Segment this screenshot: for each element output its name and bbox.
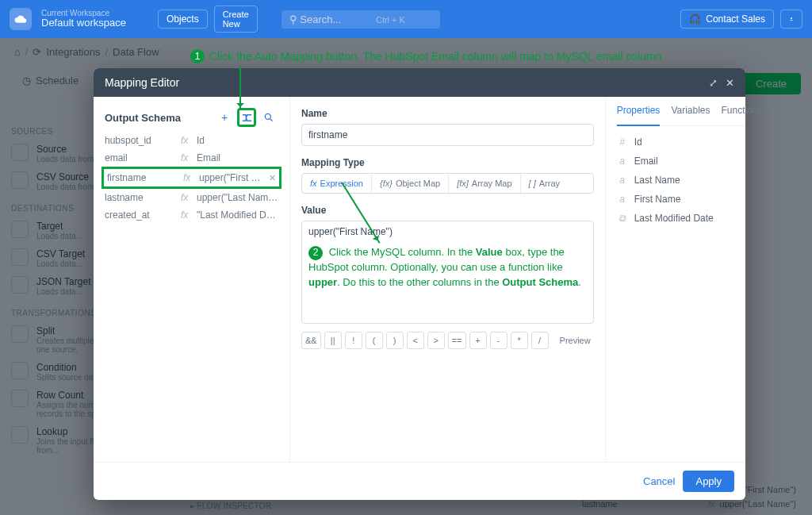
value-input[interactable]: upper("First Name") 2 Click the MySQL co… (301, 221, 594, 324)
topbar: Current Workspace Default workspace Obje… (0, 0, 812, 38)
search-icon: ⚲ (289, 13, 297, 25)
output-schema-panel: Output Schema + hubspot_idfxIdemailfxEma… (94, 97, 290, 462)
cancel-button[interactable]: Cancel (643, 471, 675, 492)
value-label: Value (301, 205, 594, 216)
property-name: First Name (634, 194, 681, 205)
tab-variables[interactable]: Variables (671, 105, 710, 121)
output-schema-title: Output Schema (105, 112, 181, 124)
workspace-switcher[interactable]: Current Workspace Default workspace (41, 9, 126, 29)
preview-button[interactable]: Preview (557, 332, 594, 349)
modal-header: Mapping Editor ⤢ ✕ (94, 68, 745, 97)
operator-button[interactable]: || (324, 332, 342, 349)
value-code: upper("First Name") (308, 226, 587, 237)
schema-row-value: "Last Modified Dat... (197, 209, 278, 221)
schema-row[interactable]: lastnamefxupper("Last Name") (105, 189, 278, 206)
add-icon[interactable]: + (215, 108, 234, 127)
name-label: Name (301, 108, 594, 119)
schema-row-name: firstname (107, 172, 180, 183)
operator-button[interactable]: * (511, 332, 528, 349)
tab-expression[interactable]: fxExpression (302, 174, 372, 193)
search-input[interactable]: ⚲ Search... Ctrl + K (282, 10, 440, 29)
schema-row-name: created_at (105, 209, 178, 221)
schema-row[interactable]: hubspot_idfxId (105, 132, 278, 149)
property-row[interactable]: ⧉Last Modified Date (617, 209, 745, 228)
operator-button[interactable]: ! (345, 332, 362, 349)
operator-button[interactable]: - (490, 332, 508, 349)
tab-array-map[interactable]: [fx]Array Map (449, 174, 520, 193)
schema-row-name: hubspot_id (105, 135, 178, 146)
annotation-1-arrow (239, 67, 241, 110)
property-type-icon: # (617, 136, 628, 148)
search-placeholder: Search... (300, 13, 341, 25)
annotation-2: 2 Click the MySQL column. In the Value b… (308, 245, 587, 290)
operator-button[interactable]: == (448, 332, 466, 349)
operator-button[interactable]: && (301, 332, 321, 349)
search-schema-icon[interactable] (259, 108, 278, 127)
page: ⌂ / ⟳ Integrations / Data Flow ◷ Schedul… (0, 38, 812, 515)
app-logo[interactable] (10, 8, 32, 30)
workspace-label: Current Workspace (41, 9, 126, 17)
mapping-type-label: Mapping Type (301, 157, 594, 168)
property-type-icon: a (617, 194, 628, 205)
close-icon[interactable]: ✕ (726, 77, 734, 89)
schema-row-name: email (105, 152, 178, 163)
workspace-name: Default workspace (41, 17, 126, 29)
objects-button[interactable]: Objects (158, 10, 208, 29)
annotation-1: 1 Click the Auto Mapping button. The Hub… (190, 49, 661, 63)
property-row[interactable]: aEmail (617, 152, 745, 171)
operator-button[interactable]: / (531, 332, 549, 349)
property-row[interactable]: aLast Name (617, 171, 745, 190)
name-input[interactable] (301, 124, 594, 146)
mapping-detail-panel: Name Mapping Type fxExpression {fx}Objec… (290, 97, 606, 462)
search-props-icon[interactable] (774, 105, 784, 121)
property-type-icon: a (617, 175, 628, 186)
shortcut-hint: Ctrl + K (344, 15, 405, 25)
objects-label: Objects (167, 13, 199, 25)
tab-functions[interactable]: Functions (722, 105, 763, 121)
operator-button[interactable]: ( (366, 332, 383, 349)
clear-icon[interactable]: ✕ (269, 173, 276, 183)
mapping-editor-modal: Mapping Editor ⤢ ✕ Output Schema + (94, 68, 745, 500)
tab-object-map[interactable]: {fx}Object Map (372, 174, 449, 193)
contact-sales-button[interactable]: 🎧 Contact Sales (680, 10, 774, 29)
schema-row-value: Email (197, 152, 278, 163)
tab-array[interactable]: [ ]Array (521, 174, 568, 193)
property-row[interactable]: aFirst Name (617, 190, 745, 209)
contact-sales-label: Contact Sales (706, 13, 765, 25)
expand-icon[interactable]: ⤢ (709, 77, 718, 89)
schema-row-value: upper("Last Name") (197, 192, 278, 203)
schema-row[interactable]: created_atfx"Last Modified Dat... (105, 206, 278, 224)
operator-button[interactable]: < (407, 332, 424, 349)
apply-button[interactable]: Apply (683, 471, 734, 492)
svg-point-2 (776, 106, 781, 112)
operator-button[interactable]: + (469, 332, 487, 349)
svg-point-0 (791, 17, 792, 19)
tab-properties[interactable]: Properties (617, 105, 661, 126)
property-name: Email (634, 156, 658, 167)
properties-panel: Properties Variables Functions #IdaEmail… (606, 97, 756, 462)
schema-row-value: Id (197, 135, 278, 146)
property-name: Id (634, 136, 642, 148)
schema-row[interactable]: firstnamefxupper("First Name")✕ (102, 167, 282, 189)
operator-button[interactable]: ) (386, 332, 404, 349)
schema-row[interactable]: emailfxEmail (105, 149, 278, 167)
svg-point-1 (265, 113, 270, 119)
modal-title: Mapping Editor (105, 76, 179, 89)
user-avatar[interactable] (780, 10, 802, 29)
property-row[interactable]: #Id (617, 133, 745, 152)
operator-toolbar: &&||!()<>==+-*/Preview (301, 332, 594, 349)
schema-row-value: upper("First Name") (199, 172, 266, 183)
property-type-icon: a (617, 156, 628, 167)
create-new-button[interactable]: Create New (214, 6, 258, 33)
modal-footer: Cancel Apply (94, 462, 745, 500)
operator-button[interactable]: > (427, 332, 445, 349)
property-name: Last Modified Date (634, 213, 714, 224)
headset-icon: 🎧 (689, 13, 701, 25)
schema-row-name: lastname (105, 192, 178, 203)
property-type-icon: ⧉ (617, 213, 628, 224)
property-name: Last Name (634, 175, 680, 186)
